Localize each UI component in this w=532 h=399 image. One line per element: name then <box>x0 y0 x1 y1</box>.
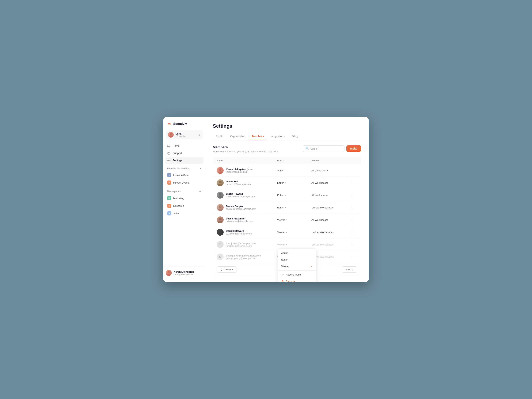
invite-button[interactable]: Invite <box>346 145 361 152</box>
workspace-name: Luna <box>176 132 196 135</box>
dropdown-remove-label: Remove <box>286 280 295 282</box>
dropdown-item-admin[interactable]: Admin <box>278 250 316 256</box>
sales-badge: S <box>167 211 171 215</box>
support-icon <box>167 152 171 155</box>
research-badge: R <box>167 204 171 208</box>
dropdown-item-resend[interactable]: Resend invite <box>278 271 316 278</box>
more-button-georgia[interactable]: ⋮ <box>349 254 354 260</box>
workspace-selector[interactable]: Luna 17 members ⇅ <box>166 130 203 139</box>
member-email-bessie: bessie.cooper@example.com <box>226 208 256 210</box>
member-name-georgia: georgia.young@example.com <box>226 254 261 257</box>
role-curtis[interactable]: Editor ▾ <box>277 194 311 197</box>
member-info-tom: T tom.jones@example.com tom.jones@exampl… <box>217 241 277 248</box>
access-leslie: All Workspaces <box>311 218 349 221</box>
trash-icon <box>281 280 284 282</box>
role-bessie[interactable]: Editor ▾ <box>277 206 311 209</box>
sort-icon: ↓ <box>283 160 284 162</box>
table-row: Curtis Howard curtis.howard@example.com … <box>213 189 361 201</box>
access-devon: All Workspaces <box>311 181 349 184</box>
member-info-curtis: Curtis Howard curtis.howard@example.com <box>217 192 277 199</box>
member-info-darrell: Darrell Steward d.steward@example.com <box>217 229 277 236</box>
dropdown-item-viewer[interactable]: Viewer ✓ <box>278 263 316 270</box>
tab-billing[interactable]: Billing <box>288 133 302 140</box>
more-button-bessie[interactable]: ⋮ <box>349 205 354 210</box>
svg-point-22 <box>219 230 222 233</box>
research-label: Research <box>173 204 184 207</box>
svg-point-17 <box>218 196 223 199</box>
settings-icon <box>167 159 171 162</box>
avatar-leslie <box>217 216 224 223</box>
favorites-collapse-icon[interactable]: ▾ <box>200 167 201 170</box>
more-button-curtis[interactable]: ⋮ <box>349 192 354 198</box>
member-details-karen: Karen Livingston (You) karen@example.com <box>226 168 253 173</box>
svg-point-11 <box>167 274 171 276</box>
avatar-tom: T <box>217 241 224 248</box>
sidebar-item-home[interactable]: Home <box>165 142 203 149</box>
member-email-devon: devon.hill@example.com <box>226 183 251 186</box>
previous-button[interactable]: Previous <box>217 266 237 273</box>
location-data-badge: L <box>167 173 171 177</box>
member-details-leslie: Leslie Alexander l.alexander@example.com <box>226 217 253 223</box>
member-info-bessie: Bessie Cooper bessie.cooper@example.com <box>217 204 277 211</box>
sidebar-item-location-data[interactable]: L Location Data <box>165 171 203 179</box>
sidebar-item-marketing[interactable]: M Marketing <box>165 195 203 202</box>
member-name-bessie: Bessie Cooper <box>226 205 256 208</box>
role-devon[interactable]: Editor ▾ <box>277 181 311 184</box>
more-button-leslie[interactable]: ⋮ <box>349 217 354 223</box>
prev-label: Previous <box>224 268 234 271</box>
sidebar-item-settings[interactable]: Settings <box>165 157 203 164</box>
role-tom[interactable]: Viewer ▴ <box>277 243 311 246</box>
role-karen: Admin <box>277 169 311 172</box>
access-curtis: All Workspaces <box>311 194 349 197</box>
actions-devon: ⋮ <box>349 180 357 186</box>
recent-events-badge: R <box>167 180 171 185</box>
next-button[interactable]: Next <box>342 266 357 273</box>
tab-members[interactable]: Members <box>249 133 267 140</box>
sidebar-nav: Home Support Settings <box>163 142 205 164</box>
table-row: Leslie Alexander l.alexander@example.com… <box>213 214 361 226</box>
more-button-tom[interactable]: ⋮ <box>349 242 354 247</box>
search-icon: 🔍 <box>305 147 309 150</box>
role-darrell[interactable]: Viewer ▾ <box>277 231 311 234</box>
sidebar-item-recent-events[interactable]: R Recent Events <box>165 179 203 186</box>
sidebar-item-support[interactable]: Support <box>165 150 203 157</box>
header-role[interactable]: Role ↓ <box>277 159 311 162</box>
chevron-down-icon: ▾ <box>286 219 287 221</box>
svg-point-21 <box>218 221 223 223</box>
svg-point-2 <box>170 124 171 125</box>
sidebar: Spontivly Luna 17 members ⇅ Home <box>163 117 205 282</box>
favorites-label: Favorite dashboards <box>167 167 190 170</box>
avatar-curtis <box>217 192 224 199</box>
more-button-devon[interactable]: ⋮ <box>349 180 354 186</box>
actions-tom: ⋮ <box>349 242 357 247</box>
workspaces-section-header: Workspaces + <box>163 187 205 195</box>
search-input[interactable] <box>310 147 342 150</box>
logo-icon <box>167 122 172 126</box>
role-leslie[interactable]: Viewer ▾ <box>277 218 311 221</box>
svg-point-10 <box>168 271 170 273</box>
dropdown-item-remove[interactable]: Remove <box>278 278 316 282</box>
dropdown-item-editor[interactable]: Editor <box>278 256 316 263</box>
table-row: Bessie Cooper bessie.cooper@example.com … <box>213 201 361 214</box>
tab-integrations[interactable]: Integrations <box>268 133 288 140</box>
sidebar-item-sales[interactable]: S Sales <box>165 210 203 217</box>
avatar-georgia: G <box>217 253 224 260</box>
tab-profile[interactable]: Profile <box>213 133 227 140</box>
sidebar-item-home-label: Home <box>172 144 180 147</box>
member-email-tom: tom.jones@example.com <box>226 245 256 247</box>
workspaces-label: Workspaces <box>167 190 180 193</box>
more-button-darrell[interactable]: ⋮ <box>349 229 354 235</box>
search-box: 🔍 <box>303 145 344 152</box>
add-workspace-button[interactable]: + <box>199 190 201 193</box>
access-bessie: Limited Workspaces <box>311 206 349 209</box>
tab-organization[interactable]: Organization <box>227 133 248 140</box>
header-actions <box>349 159 357 162</box>
member-name-devon: Devon Hill <box>226 180 251 183</box>
sidebar-item-research[interactable]: R Research <box>165 202 203 209</box>
workspace-members: 17 members <box>176 135 196 137</box>
user-info: Karen Livingston karen@example.com <box>174 270 194 276</box>
svg-point-16 <box>219 193 222 196</box>
svg-point-19 <box>218 209 223 211</box>
table-row: T tom.jones@example.com tom.jones@exampl… <box>213 238 361 251</box>
recent-events-label: Recent Events <box>173 181 190 184</box>
